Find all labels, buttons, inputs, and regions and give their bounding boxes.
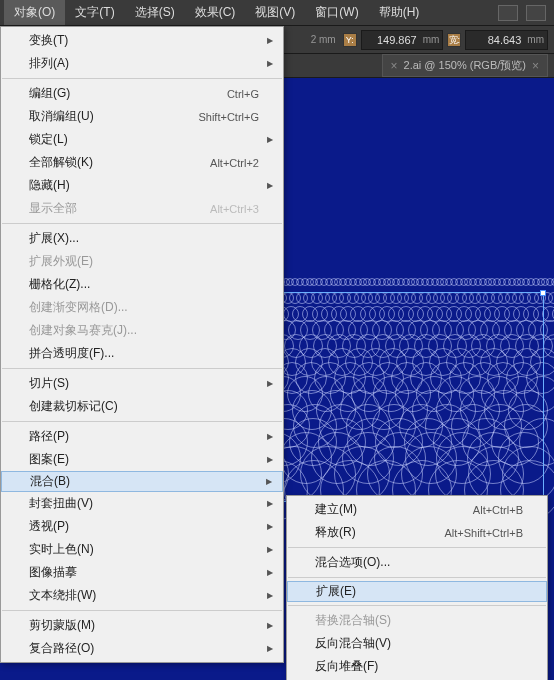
menu-item[interactable]: 图案(E) (1, 448, 283, 471)
tab-close-right[interactable]: × (532, 59, 539, 73)
menu-item[interactable]: 封套扭曲(V) (1, 492, 283, 515)
menu-item[interactable]: 拼合透明度(F)... (1, 342, 283, 365)
menu-item[interactable]: 反向混合轴(V) (287, 632, 547, 655)
w-field[interactable]: mm (465, 30, 548, 50)
menu-object[interactable]: 对象(O) (4, 0, 65, 25)
menu-item[interactable]: 锁定(L) (1, 128, 283, 151)
menu-item[interactable]: 混合(B) (1, 471, 283, 492)
menu-item[interactable]: 实时上色(N) (1, 538, 283, 561)
blend-submenu: 建立(M)Alt+Ctrl+B释放(R)Alt+Shift+Ctrl+B混合选项… (286, 495, 548, 680)
object-menu: 变换(T)排列(A)编组(G)Ctrl+G取消编组(U)Shift+Ctrl+G… (0, 26, 284, 663)
menu-item[interactable]: 透视(P) (1, 515, 283, 538)
tab-label: 2.ai @ 150% (RGB/预览) (404, 58, 526, 73)
menu-item[interactable]: 复合路径(O) (1, 637, 283, 660)
menu-item[interactable]: 剪切蒙版(M) (1, 614, 283, 637)
menu-item: 显示全部Alt+Ctrl+3 (1, 197, 283, 220)
handle-ne[interactable] (540, 290, 546, 296)
menu-item: 创建渐变网格(D)... (1, 296, 283, 319)
menu-select[interactable]: 选择(S) (125, 0, 185, 25)
w-icon: 宽: (447, 33, 461, 47)
menu-view[interactable]: 视图(V) (245, 0, 305, 25)
x-suffix: 2 mm (308, 34, 339, 45)
menu-item[interactable]: 释放(R)Alt+Shift+Ctrl+B (287, 521, 547, 544)
menu-item[interactable]: 路径(P) (1, 425, 283, 448)
menu-item[interactable]: 变换(T) (1, 29, 283, 52)
menu-item[interactable]: 扩展(E) (287, 581, 547, 602)
y-icon: Y: (343, 33, 357, 47)
toolbar-icon-1[interactable] (498, 5, 518, 21)
menubar: 对象(O) 文字(T) 选择(S) 效果(C) 视图(V) 窗口(W) 帮助(H… (0, 0, 554, 26)
menu-item[interactable]: 反向堆叠(F) (287, 655, 547, 678)
menu-type[interactable]: 文字(T) (65, 0, 124, 25)
menu-item[interactable]: 取消编组(U)Shift+Ctrl+G (1, 105, 283, 128)
w-unit: mm (524, 34, 547, 45)
menu-help[interactable]: 帮助(H) (369, 0, 430, 25)
menu-item[interactable]: 全部解锁(K)Alt+Ctrl+2 (1, 151, 283, 174)
y-field[interactable]: mm (361, 30, 444, 50)
y-input[interactable] (362, 34, 420, 46)
menu-item: 扩展外观(E) (1, 250, 283, 273)
menu-item[interactable]: 切片(S) (1, 372, 283, 395)
menu-item[interactable]: 扩展(X)... (1, 227, 283, 250)
menu-item[interactable]: 混合选项(O)... (287, 551, 547, 574)
menu-item[interactable]: 建立(M)Alt+Ctrl+B (287, 498, 547, 521)
menu-item: 替换混合轴(S) (287, 609, 547, 632)
y-unit: mm (420, 34, 443, 45)
tab-close-left[interactable]: × (391, 59, 398, 73)
menu-item[interactable]: 图像描摹 (1, 561, 283, 584)
menu-window[interactable]: 窗口(W) (305, 0, 368, 25)
menu-item: 创建对象马赛克(J)... (1, 319, 283, 342)
menu-effect[interactable]: 效果(C) (185, 0, 246, 25)
menu-item[interactable]: 创建裁切标记(C) (1, 395, 283, 418)
w-input[interactable] (466, 34, 524, 46)
menu-item[interactable]: 隐藏(H) (1, 174, 283, 197)
document-tab[interactable]: × 2.ai @ 150% (RGB/预览) × (382, 54, 548, 77)
toolbar-icon-2[interactable] (526, 5, 546, 21)
menu-item[interactable]: 文本绕排(W) (1, 584, 283, 607)
menu-item[interactable]: 编组(G)Ctrl+G (1, 82, 283, 105)
menu-item[interactable]: 栅格化(Z)... (1, 273, 283, 296)
menu-item[interactable]: 排列(A) (1, 52, 283, 75)
